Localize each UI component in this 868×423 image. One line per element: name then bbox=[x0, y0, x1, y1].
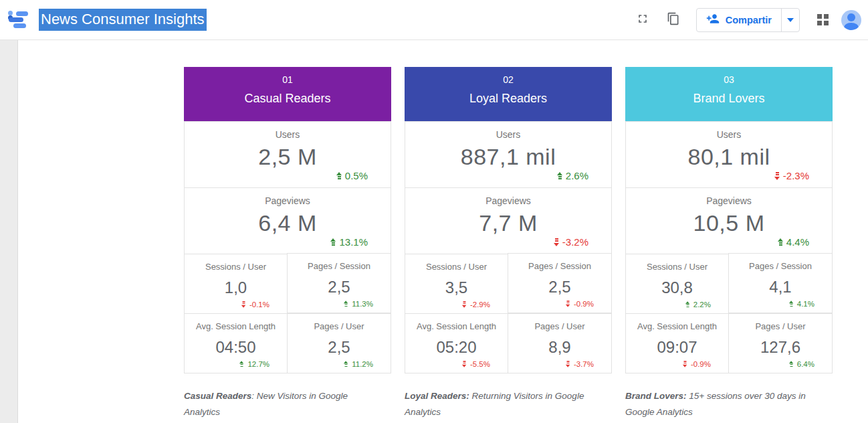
trend-arrow-icon bbox=[557, 172, 563, 180]
kpi-small-grid: Sessions / User 30,8 2.2% Pages / Sessio… bbox=[625, 254, 833, 373]
kpi-label: Pageviews bbox=[706, 194, 752, 207]
kpi-small-grid: Sessions / User 1,0 -0.1% Pages / Sessio… bbox=[184, 254, 391, 373]
kpi-label: Pages / User bbox=[314, 321, 364, 333]
kpi-delta: 4.4% bbox=[778, 236, 809, 248]
trend-arrow-icon bbox=[789, 301, 794, 307]
segment-footnote: Brand Lovers: 15+ sessions over 30 days … bbox=[625, 388, 826, 420]
kpi-value: 30,8 bbox=[661, 278, 693, 298]
trend-arrow-icon bbox=[344, 301, 348, 307]
kpi-value: 8,9 bbox=[548, 337, 570, 357]
trend-arrow-icon bbox=[462, 361, 467, 367]
kpi-pageviews: Pageviews 7,7 M -3.2% bbox=[405, 187, 612, 254]
chevron-down-icon bbox=[787, 18, 794, 22]
share-button-label: Compartir bbox=[726, 15, 772, 25]
segment-card-header: 01 Casual Readers bbox=[184, 67, 391, 121]
kpi-label: Pageviews bbox=[265, 194, 310, 207]
segment-column-casual-readers: 01 Casual Readers Users 2,5 M 0.5% Pagev… bbox=[184, 67, 391, 420]
kpi-label: Pages / Session bbox=[308, 260, 370, 272]
kpi-value: 2,5 bbox=[328, 337, 350, 357]
kpi-label: Users bbox=[717, 128, 742, 141]
kpi-value: 04:50 bbox=[215, 337, 255, 357]
kpi-delta: 11.2% bbox=[343, 360, 373, 368]
segment-card-header: 02 Loyal Readers bbox=[405, 67, 612, 121]
report-canvas: 01 Casual Readers Users 2,5 M 0.5% Pagev… bbox=[18, 40, 868, 423]
kpi-small-grid: Sessions / User 3,5 -2.9% Pages / Sessio… bbox=[405, 254, 612, 373]
kpi-sessions-per-user: Sessions / User 3,5 -2.9% bbox=[405, 254, 508, 314]
kpi-delta: 2.6% bbox=[557, 170, 588, 181]
trend-arrow-icon bbox=[778, 238, 784, 246]
kpi-delta: -3.2% bbox=[554, 236, 588, 248]
kpi-pages-per-session: Pages / Session 4,1 4.1% bbox=[728, 253, 833, 313]
kpi-delta: 11.3% bbox=[343, 300, 373, 308]
kpi-value: 05:20 bbox=[436, 337, 476, 357]
kpi-avg-session-length: Avg. Session Length 05:20 -5.5% bbox=[405, 313, 508, 373]
kpi-sessions-per-user: Sessions / User 30,8 2.2% bbox=[625, 254, 729, 314]
kpi-users: Users 2,5 M 0.5% bbox=[184, 121, 391, 188]
kpi-label: Pages / User bbox=[534, 321, 584, 333]
kpi-label: Avg. Session Length bbox=[417, 321, 496, 333]
fullscreen-button[interactable] bbox=[631, 8, 655, 32]
kpi-label: Sessions / User bbox=[647, 261, 708, 273]
fullscreen-icon bbox=[636, 12, 649, 27]
segment-card-header: 03 Brand Lovers bbox=[625, 67, 833, 121]
share-button[interactable]: Compartir bbox=[697, 9, 781, 31]
kpi-label: Users bbox=[276, 128, 300, 141]
kpi-label: Sessions / User bbox=[205, 261, 266, 273]
kpi-value: 6,4 M bbox=[258, 209, 317, 237]
segment-card: 03 Brand Lovers Users 80,1 mil -2.3% Pag… bbox=[625, 67, 833, 373]
trend-arrow-icon bbox=[462, 301, 467, 308]
trend-arrow-icon bbox=[554, 238, 560, 246]
kpi-delta: 4.1% bbox=[788, 300, 815, 308]
kpi-label: Pages / User bbox=[755, 321, 805, 333]
copy-icon bbox=[667, 12, 680, 27]
segment-title: Brand Lovers bbox=[693, 88, 764, 108]
kpi-delta: -2.3% bbox=[774, 170, 809, 181]
segment-title: Casual Readers bbox=[244, 88, 330, 108]
kpi-label: Users bbox=[496, 128, 521, 141]
segment-number: 01 bbox=[282, 73, 293, 86]
trend-arrow-icon bbox=[330, 238, 336, 246]
kpi-value: 887,1 mil bbox=[461, 143, 556, 171]
kpi-value: 7,7 M bbox=[479, 209, 538, 237]
segment-title: Loyal Readers bbox=[469, 88, 547, 108]
kpi-avg-session-length: Avg. Session Length 09:07 -0.9% bbox=[625, 313, 729, 373]
kpi-value: 127,6 bbox=[760, 337, 800, 357]
kpi-delta: 0.5% bbox=[336, 170, 368, 181]
kpi-label: Pageviews bbox=[485, 194, 531, 207]
copy-report-button[interactable] bbox=[661, 8, 685, 32]
kpi-delta: 12.7% bbox=[239, 360, 269, 368]
segment-number: 03 bbox=[724, 73, 734, 86]
kpi-delta: -0.9% bbox=[565, 300, 594, 308]
kpi-label: Pages / Session bbox=[749, 260, 812, 272]
kpi-label: Avg. Session Length bbox=[196, 321, 276, 333]
kpi-value: 2,5 bbox=[548, 277, 570, 297]
segment-footnote: Casual Readers: New Visitors in Google A… bbox=[184, 388, 385, 420]
kpi-value: 1,0 bbox=[225, 278, 247, 298]
kpi-value: 4,1 bbox=[769, 277, 791, 297]
trend-arrow-icon bbox=[774, 172, 780, 180]
kpi-pages-per-user: Pages / User 8,9 -3.7% bbox=[508, 313, 612, 373]
kpi-pages-per-user: Pages / User 127,6 6.4% bbox=[728, 313, 833, 373]
kpi-pages-per-session: Pages / Session 2,5 -0.9% bbox=[508, 253, 612, 313]
apps-grid-icon bbox=[817, 14, 829, 25]
kpi-value: 2,5 bbox=[328, 277, 350, 297]
trend-arrow-icon bbox=[685, 301, 690, 308]
segment-cards-row: 01 Casual Readers Users 2,5 M 0.5% Pagev… bbox=[184, 67, 833, 420]
kpi-value: 2,5 M bbox=[258, 143, 317, 171]
app-header: News Consumer Insights Compartir bbox=[0, 0, 868, 40]
segment-card: 01 Casual Readers Users 2,5 M 0.5% Pagev… bbox=[184, 67, 391, 373]
segment-footnote: Loyal Readers: Returning Visitors in Goo… bbox=[405, 388, 605, 420]
segment-column-loyal-readers: 02 Loyal Readers Users 887,1 mil 2.6% Pa… bbox=[405, 67, 612, 420]
user-avatar[interactable] bbox=[841, 10, 861, 30]
trend-arrow-icon bbox=[239, 361, 244, 367]
kpi-delta: 13.1% bbox=[330, 236, 368, 248]
segment-column-brand-lovers: 03 Brand Lovers Users 80,1 mil -2.3% Pag… bbox=[625, 67, 833, 420]
kpi-delta: -0.1% bbox=[241, 301, 269, 309]
apps-grid-button[interactable] bbox=[810, 8, 835, 32]
share-dropdown-button[interactable] bbox=[781, 9, 799, 31]
canvas-left-gutter bbox=[0, 40, 18, 423]
segment-number: 02 bbox=[503, 73, 514, 86]
kpi-sessions-per-user: Sessions / User 1,0 -0.1% bbox=[184, 254, 288, 314]
trend-arrow-icon bbox=[336, 172, 342, 180]
kpi-value: 3,5 bbox=[445, 278, 467, 298]
